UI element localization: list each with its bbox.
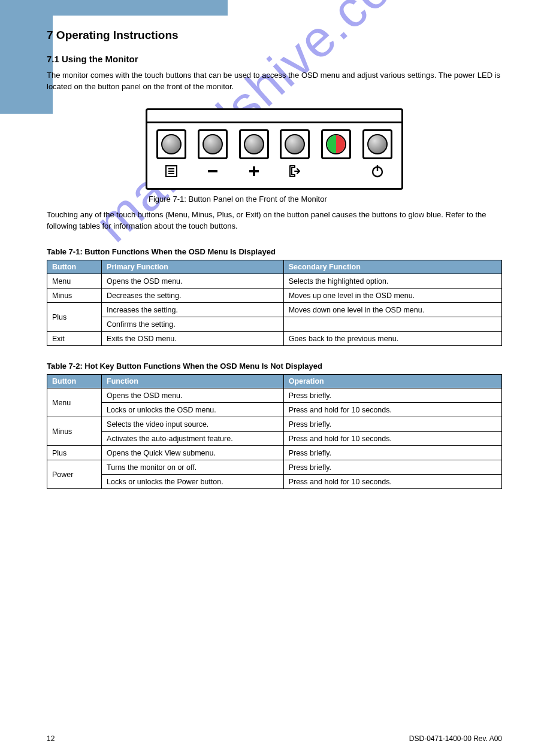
button-functions-table: Button Primary Function Secondary Functi… bbox=[47, 260, 502, 346]
menu-icon bbox=[165, 163, 178, 180]
power-icon bbox=[370, 163, 385, 180]
table-row: MinusDecreases the setting.Moves up one … bbox=[47, 289, 502, 303]
t2-head-button: Button bbox=[47, 375, 102, 388]
table-row: ExitExits the OSD menu.Goes back to the … bbox=[47, 332, 502, 346]
figure-caption: Figure 7-1: Button Panel on the Front of… bbox=[149, 195, 502, 204]
t1-head-secondary: Secondary Function bbox=[283, 260, 501, 274]
buttons-explain-paragraph: Touching any of the touch buttons (Menu,… bbox=[47, 210, 502, 232]
header-accent-side bbox=[0, 0, 53, 114]
t2-head-op: Operation bbox=[283, 375, 501, 388]
panel-button-minus bbox=[198, 129, 228, 180]
t2-head-fn: Function bbox=[102, 375, 284, 388]
revision-info: DSD-0471-1400-00 Rev. A00 bbox=[409, 734, 502, 743]
intro-paragraph: The monitor comes with the touch buttons… bbox=[47, 70, 502, 93]
table-row: Activates the auto-adjustment feature.Pr… bbox=[47, 432, 502, 446]
page-number: 12 bbox=[47, 734, 55, 743]
table1-title: Table 7-1: Button Functions When the OSD… bbox=[47, 247, 502, 256]
table-row: MenuOpens the OSD menu.Selects the highl… bbox=[47, 274, 502, 289]
section-num: 7 bbox=[47, 29, 53, 41]
t1-head-button: Button bbox=[47, 260, 102, 274]
panel-button-menu bbox=[156, 129, 186, 180]
panel-button-exit bbox=[280, 129, 310, 180]
table-row: PlusIncreases the setting.Moves down one… bbox=[47, 303, 502, 317]
table-row: PowerTurns the monitor on or off.Press b… bbox=[47, 460, 502, 475]
subsection-title: Using the Monitor bbox=[62, 54, 138, 64]
table-row: Confirms the setting. bbox=[47, 317, 502, 332]
table-row: Locks or unlocks the Power button.Press … bbox=[47, 475, 502, 489]
section-heading-7: 7 Operating Instructions bbox=[47, 29, 502, 42]
svg-rect-6 bbox=[253, 166, 255, 176]
table2-title: Table 7-2: Hot Key Button Functions When… bbox=[47, 362, 502, 371]
panel-button-plus bbox=[239, 129, 269, 180]
svg-rect-4 bbox=[208, 170, 217, 172]
table-row: PlusOpens the Quick View submenu.Press b… bbox=[47, 446, 502, 460]
table-row: Locks or unlocks the OSD menu.Press and … bbox=[47, 403, 502, 417]
table-row: MenuOpens the OSD menu.Press briefly. bbox=[47, 388, 502, 403]
plus-icon bbox=[247, 163, 261, 180]
subsection-heading-7-1: 7.1 Using the Monitor bbox=[47, 54, 502, 64]
table-row: MinusSelects the video input source.Pres… bbox=[47, 417, 502, 432]
panel-button-power bbox=[362, 129, 392, 180]
hotkey-functions-table: Button Function Operation MenuOpens the … bbox=[47, 374, 502, 489]
panel-button-indicator bbox=[321, 129, 351, 180]
minus-icon bbox=[206, 163, 219, 180]
subsection-num: 7.1 bbox=[47, 54, 59, 64]
figure-button-panel bbox=[146, 108, 403, 190]
exit-icon bbox=[288, 163, 302, 180]
t1-head-primary: Primary Function bbox=[102, 260, 284, 274]
section-title: Operating Instructions bbox=[56, 29, 179, 41]
